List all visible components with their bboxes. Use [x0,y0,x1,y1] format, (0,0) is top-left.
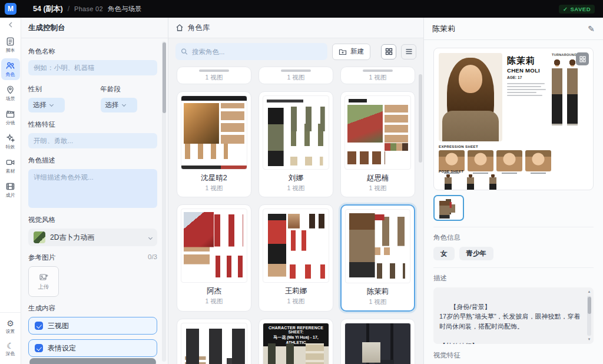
upload-label: 上传 [38,283,49,291]
character-card-shen1[interactable]: 沈星晴1 视图 [340,319,415,364]
age-badge: 青少年 [459,247,494,260]
reference-images-label: 参考图片 0/3 [28,253,157,262]
name-label: 角色名称 [28,47,157,56]
app-logo[interactable]: M [5,3,16,15]
scroll-down-icon[interactable]: ▼ [588,337,591,342]
character-sheet-thumbnail [181,209,247,283]
character-card-zhaosinan[interactable]: 赵思楠1 视图 [340,91,415,197]
list-view-icon [405,48,413,55]
upload-image-button[interactable]: 上传 [28,266,59,297]
collapse-sidebar-button[interactable] [7,21,14,28]
sidebar-item-theme[interactable]: ☾ 深色 [1,339,20,359]
card-name: 王莉娜 [263,286,329,296]
pose-sheet-label: POSE SHEET [439,170,588,173]
option-expressions[interactable]: 表情设定 [28,339,157,357]
chevron-down-icon [49,102,54,106]
breadcrumb-separator: / [68,5,69,13]
grid-view-icon [385,48,393,55]
reference-images-count: 0/3 [148,253,157,262]
project-title: 54 (副本) [33,4,63,14]
clipped-name [199,70,230,72]
search-icon [181,48,188,55]
character-card-partial[interactable]: 1 视图 [177,67,251,84]
gender-select[interactable]: 选择 [28,98,65,112]
generate-button[interactable] [29,358,156,364]
library-title: 角色库 [188,23,210,33]
character-description-textarea[interactable] [28,169,157,208]
card-name: 沈星晴2 [181,173,247,183]
gender-label: 性别 [28,85,85,94]
grid-view-toggle[interactable] [381,44,396,59]
chevron-left-icon [7,21,14,28]
saved-label: SAVED [570,6,591,12]
character-card-chenmoli[interactable]: 陈茉莉1 视图 [340,204,415,312]
console-scrollbar[interactable] [162,41,166,362]
sidebar-item-effects[interactable]: 特效 [1,131,20,153]
breadcrumb-phase[interactable]: Phase 02 [74,5,103,12]
sheet-name-en: CHEN MOLI [507,67,549,74]
description-text: 【身份/背景】 17岁的早熟“墙头草”，长发披肩，眼神狡黠，穿着时尚休闲装，搭配… [439,303,581,345]
age-label: 年龄段 [101,85,158,94]
character-sheet-thumbnail [181,323,247,364]
character-card-partial[interactable]: 1 视图 [259,67,333,84]
new-character-button[interactable]: 新建 [332,44,370,60]
checkbox-checked-icon[interactable] [35,322,43,330]
age-select-value: 选择 [105,101,119,110]
character-library-panel: 角色库 新建 1 视图 1 视图 [168,18,424,364]
style-thumbnail [34,231,45,243]
sidebar-item-characters[interactable]: 角色 [1,58,20,80]
card-views: 1 视图 [263,297,329,306]
character-card-yexiaoling[interactable]: 叶小玲1 视图 [177,319,251,364]
description-label: 描述 [433,274,594,283]
search-box[interactable] [175,43,327,60]
sidebar-item-storyboard[interactable]: 分镜 [1,107,20,128]
list-view-toggle[interactable] [401,44,416,59]
chevron-down-icon [148,235,153,239]
character-name-input[interactable] [28,60,157,75]
description-scrollbar[interactable]: ▲ ▼ [587,289,592,342]
character-sheet-thumbnail [344,95,411,170]
generation-console-panel: 生成控制台 角色名称 性别 选择 年龄段 选择 性格特征 角色描述 [21,18,168,364]
option-three-views[interactable]: 三视图 [28,317,157,335]
breadcrumb-page[interactable]: 角色与场景 [108,5,142,14]
character-card-ajie[interactable]: 阿杰1 视图 [177,204,251,312]
nav-rail: 脚本 角色 场景 分镜 特效 素材 成片 ⚙ 设置 ☾ 深色 [0,18,21,364]
character-card-mayihua[interactable]: CHARACTER REFERENCE SHEET:马一花 (Ma Yi Hua… [259,319,333,364]
clipped-name [281,70,312,72]
sheet-age: AGE: 17 [507,75,549,80]
character-sheet-thumbnail [344,323,411,364]
search-input[interactable] [192,48,322,55]
sheet-header-line1: CHARACTER REFERENCE SHEET: [264,326,327,334]
character-sheet-thumbnail [345,209,410,283]
character-card-shen2[interactable]: 沈星晴21 视图 [177,91,251,197]
sidebar-item-label: 分镜 [6,120,15,126]
traits-input[interactable] [28,133,157,148]
sheet-name-cn: 陈茉莉 [507,55,549,67]
style-select-value: 2D吉卜力动画 [50,233,94,243]
checkbox-checked-icon[interactable] [35,344,43,352]
sidebar-item-label: 特效 [6,144,15,150]
sidebar-item-scenes[interactable]: 场景 [1,82,20,104]
home-icon [175,24,184,32]
character-card-wanglina[interactable]: 王莉娜1 视图 [259,204,333,312]
edit-icon[interactable]: ✎ [588,24,595,34]
sidebar-item-settings[interactable]: ⚙ 设置 [1,317,20,337]
scroll-up-icon[interactable]: ▲ [588,289,591,294]
character-info-label: 角色信息 [433,233,594,242]
card-name: 陈茉莉 [345,287,410,297]
character-sheet-image[interactable]: 陈茉莉 CHEN MOLI AGE: 17 TURNAROUND EXPRESS… [433,48,594,190]
sidebar-item-assets[interactable]: 素材 [1,155,20,177]
character-card-liuna[interactable]: 刘娜1 视图 [259,91,333,197]
library-scrollbar[interactable] [419,74,422,163]
character-card-partial[interactable]: 1 视图 [340,67,415,84]
description-box[interactable]: 【身份/背景】 17岁的早熟“墙头草”，长发披肩，眼神狡黠，穿着时尚休闲装，搭配… [433,287,594,344]
sheet-thumbnail-selected[interactable] [433,195,464,221]
sidebar-item-output[interactable]: 成片 [1,179,20,201]
card-views: 1 视图 [181,184,247,193]
sidebar-item-script[interactable]: 脚本 [1,34,20,56]
age-select[interactable]: 选择 [101,98,137,112]
description-label: 角色描述 [28,156,157,165]
visual-style-select[interactable]: 2D吉卜力动画 [28,229,157,246]
card-views: 1 视图 [181,297,247,306]
expand-grid-icon[interactable] [576,52,589,65]
